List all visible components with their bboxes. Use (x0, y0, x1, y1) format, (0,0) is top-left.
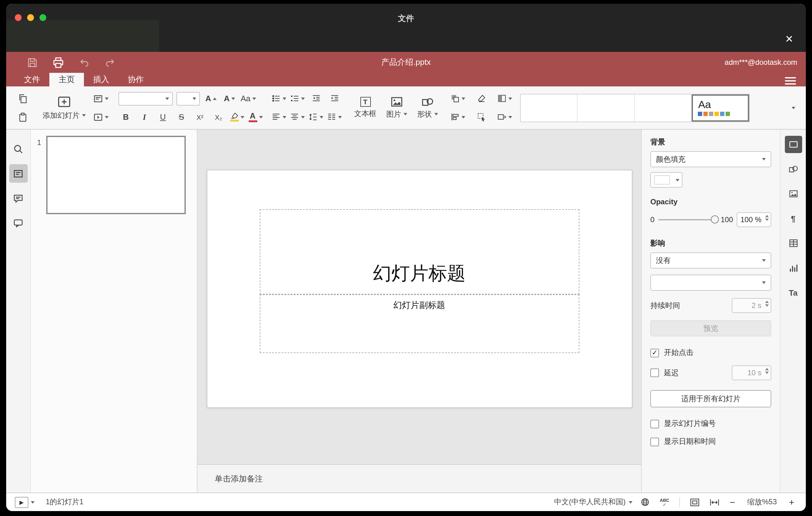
show-slide-number-label: 显示幻灯片编号 (664, 419, 716, 429)
columns-button[interactable] (327, 110, 342, 124)
fit-slide-icon[interactable] (687, 496, 702, 508)
horizontal-align-button[interactable] (271, 110, 286, 124)
bold-button[interactable]: B (118, 110, 133, 124)
theme-gallery-expand-button[interactable] (786, 94, 801, 121)
superscript-button[interactable]: X² (193, 110, 207, 124)
highlight-color-button[interactable] (230, 110, 244, 124)
slide-settings-button[interactable] (497, 91, 512, 106)
italic-button[interactable]: I (137, 110, 152, 124)
slide-canvas-area[interactable]: 幻灯片标题 幻灯片副标题 (198, 130, 641, 464)
transition-select[interactable]: 没有 (650, 253, 771, 268)
search-icon[interactable] (9, 140, 27, 158)
apply-to-all-slides-button[interactable]: 适用于所有幻灯片 (650, 390, 771, 407)
numbering-button[interactable] (290, 91, 305, 106)
delay-input[interactable]: 10 s (732, 365, 771, 380)
subscript-button[interactable]: X₂ (211, 110, 226, 124)
slide-settings-icon[interactable] (785, 136, 802, 153)
increase-font-icon[interactable]: A (204, 91, 219, 106)
font-name-select[interactable] (118, 92, 173, 105)
textbox-button[interactable]: T 文本框 (350, 90, 380, 125)
comments-icon[interactable] (9, 189, 27, 207)
font-size-select[interactable] (176, 92, 200, 105)
change-case-button[interactable]: Aa (241, 91, 256, 106)
document-language-icon[interactable] (637, 496, 652, 508)
chat-icon[interactable] (9, 213, 27, 232)
close-icon[interactable]: × (781, 31, 797, 47)
zoom-in-button[interactable]: + (786, 496, 797, 508)
theme-palette-color (698, 112, 702, 116)
decrease-font-icon[interactable]: A (222, 91, 237, 106)
background-color-select[interactable] (650, 172, 683, 188)
change-layout-button[interactable] (497, 110, 512, 124)
increase-indent-icon[interactable] (327, 91, 342, 106)
show-date-time-checkbox[interactable] (650, 437, 659, 446)
undo-icon[interactable] (77, 55, 91, 70)
spellcheck-icon[interactable]: ABC ✓ (657, 496, 672, 508)
start-on-click-checkbox[interactable]: ✓ (650, 348, 659, 357)
transition-variant-select[interactable] (650, 275, 771, 291)
tab-insert[interactable]: 插入 (84, 73, 118, 86)
fit-width-icon[interactable] (707, 496, 722, 508)
paste-icon[interactable] (16, 110, 30, 124)
bullets-button[interactable] (271, 91, 286, 106)
background-fill-select[interactable]: 颜色填充 (650, 151, 771, 167)
line-spacing-button[interactable] (309, 110, 323, 124)
zoom-out-button[interactable]: − (727, 496, 738, 508)
shape-settings-icon[interactable] (785, 161, 802, 178)
clear-style-icon[interactable] (474, 91, 489, 106)
align-shapes-button[interactable] (451, 110, 465, 124)
duration-input[interactable]: 2 s (732, 298, 771, 313)
table-settings-icon[interactable] (785, 234, 802, 252)
start-slideshow-button[interactable] (93, 110, 109, 124)
image-button[interactable]: 图片 (382, 90, 411, 125)
tab-file[interactable]: 文件 (15, 73, 49, 86)
select-all-icon[interactable] (474, 110, 489, 124)
opacity-max-label: 100 (721, 216, 733, 224)
title-placeholder[interactable]: 幻灯片标题 (259, 209, 579, 294)
theme-option-selected[interactable]: Aa (692, 94, 749, 121)
add-slide-button[interactable]: 添加幻灯片 (39, 90, 89, 125)
delay-checkbox[interactable] (650, 369, 659, 377)
language-select[interactable]: 中文(中华人民共和国) (554, 497, 633, 507)
print-icon[interactable] (51, 55, 65, 70)
slide-layout-button[interactable] (93, 91, 109, 106)
notes-input[interactable]: 单击添加备注 (198, 464, 641, 492)
theme-option-1[interactable] (521, 94, 578, 121)
duration-spinner[interactable] (765, 300, 769, 307)
theme-palette-color (720, 112, 725, 116)
shape-button[interactable]: 形状 (413, 90, 442, 125)
slide-canvas[interactable]: 幻灯片标题 幻灯片副标题 (207, 170, 632, 407)
decrease-indent-icon[interactable] (309, 91, 323, 106)
show-slide-number-checkbox[interactable] (650, 420, 659, 428)
image-settings-icon[interactable] (785, 185, 802, 202)
opacity-slider-thumb[interactable] (711, 216, 719, 224)
save-icon[interactable] (25, 55, 39, 70)
underline-button[interactable]: U (155, 110, 170, 124)
slides-group: 添加幻灯片 (34, 86, 114, 129)
opacity-input[interactable]: 100 % (737, 212, 771, 227)
chart-settings-icon[interactable] (785, 259, 802, 277)
opacity-slider[interactable] (658, 219, 717, 220)
tab-home[interactable]: 主页 (49, 73, 84, 86)
theme-palette (698, 112, 749, 116)
arrange-shapes-button[interactable] (451, 91, 465, 106)
theme-palette-color (709, 112, 714, 116)
slides-panel-icon[interactable] (9, 164, 27, 183)
delay-spinner[interactable] (765, 368, 769, 374)
theme-option-2[interactable] (578, 94, 635, 121)
vertical-align-button[interactable] (290, 110, 305, 124)
strikethrough-button[interactable]: S (174, 110, 189, 124)
tab-collaboration[interactable]: 协作 (118, 73, 153, 86)
subtitle-placeholder[interactable]: 幻灯片副标题 (259, 294, 579, 353)
start-preview-button[interactable]: ▶ (15, 496, 34, 508)
opacity-spinner[interactable] (765, 215, 769, 221)
textart-settings-icon[interactable]: Ta (785, 284, 802, 301)
paragraph-settings-icon[interactable]: ¶ (785, 210, 802, 227)
font-color-button[interactable]: A (248, 110, 263, 124)
menu-icon[interactable] (785, 75, 796, 86)
slide-thumbnail-1[interactable] (46, 136, 186, 214)
copy-icon[interactable] (16, 91, 30, 106)
preview-button[interactable]: 预览 (650, 320, 771, 336)
redo-icon[interactable] (103, 55, 117, 70)
theme-option-3[interactable] (635, 94, 692, 121)
